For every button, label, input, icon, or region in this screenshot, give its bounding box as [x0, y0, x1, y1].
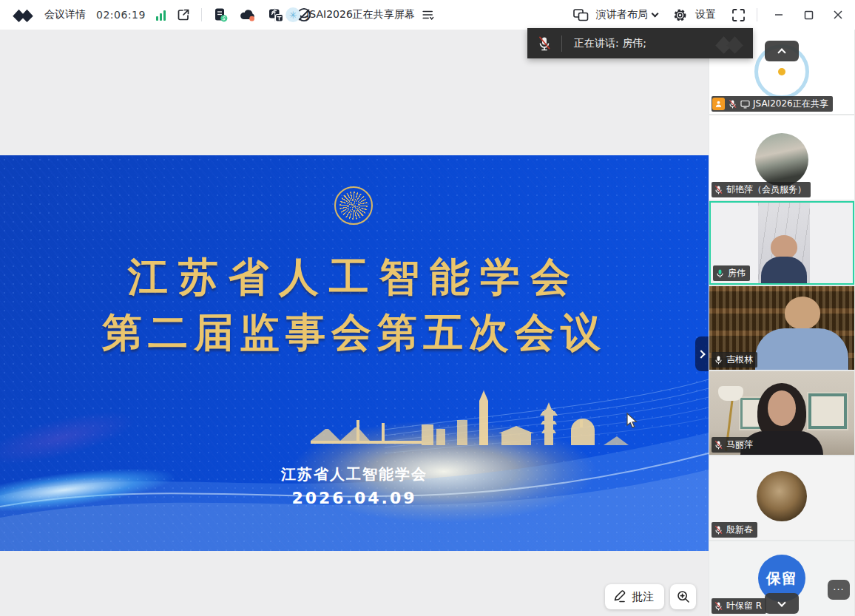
participant-avatar [757, 471, 807, 521]
divider [274, 8, 275, 21]
app-logo-icon [12, 7, 34, 23]
close-button[interactable] [827, 0, 849, 30]
participant-name: 殷新春 [726, 524, 753, 536]
participant-name: JSAI2026正在共享 [753, 98, 828, 110]
layout-selector[interactable]: 演讲者布局 [596, 8, 648, 21]
chevron-up-icon [777, 48, 785, 56]
network-signal-icon[interactable] [156, 10, 166, 21]
mic-muted-icon [714, 440, 723, 450]
slide-date: 2026.04.09 [0, 489, 709, 507]
cloud-record-icon[interactable] [239, 7, 257, 23]
meeting-window: 会议详情 02:06:19 [0, 0, 855, 616]
slide-org-name: 江苏省人工智能学会 [0, 464, 709, 484]
slide-title-line2: 第二届监事会第五次会议 [0, 305, 709, 361]
presentation-slide: 江苏省人工智能学会 第二届监事会第五次会议 江苏省人工智能学会 2026.04.… [0, 155, 709, 551]
shared-screen-area: 江苏省人工智能学会 第二届监事会第五次会议 江苏省人工智能学会 2026.04.… [0, 30, 709, 616]
sharer-avatar: ✳ [285, 7, 300, 22]
mic-muted-icon [714, 525, 723, 535]
participant-name-tag: 殷新春 [712, 522, 757, 538]
participant-name: 马丽萍 [726, 439, 753, 451]
annotate-label: 批注 [632, 590, 654, 604]
divider [561, 35, 562, 52]
watermark-logo-icon [710, 33, 748, 55]
minimize-button[interactable] [768, 0, 790, 30]
mic-muted-icon [728, 99, 737, 109]
mic-muted-icon [714, 185, 723, 195]
participant-name-tag: 叶保留 R [712, 598, 766, 614]
chevron-down-icon [777, 598, 785, 606]
participant-name: 房伟 [728, 267, 746, 280]
divider [201, 8, 202, 21]
mouse-cursor [626, 413, 639, 430]
chevron-right-icon [697, 350, 705, 358]
chevron-down-icon[interactable] [651, 10, 658, 17]
speaking-status-text: 正在讲话: 房伟; [574, 37, 646, 50]
participant-tile-jigenlin[interactable]: 吉根林 [709, 286, 854, 370]
titlebar: 会议详情 02:06:19 [0, 0, 855, 30]
slide-title-line1: 江苏省人工智能学会 [0, 250, 709, 305]
participant-name: 吉根林 [726, 353, 753, 366]
fullscreen-icon[interactable] [731, 7, 746, 23]
sidebar-scroll-up-button[interactable] [765, 41, 799, 61]
meeting-timer: 02:06:19 [96, 9, 146, 21]
mic-muted-icon [714, 601, 723, 612]
participant-name: 叶保留 R [726, 600, 762, 612]
mic-muted-icon [527, 35, 561, 52]
participant-tile-yuyanping[interactable]: 郁艳萍（会员服务） [709, 115, 854, 200]
annotation-toolbar: 批注 [605, 584, 696, 609]
participant-avatar [755, 133, 808, 186]
layout-icon [572, 7, 589, 22]
gear-icon [672, 7, 688, 23]
pencil-icon [612, 589, 627, 604]
participants-sidebar: JSAI2026正在共享 郁艳萍（会员服务） [709, 30, 855, 616]
maximize-button[interactable] [797, 0, 819, 30]
host-badge-icon [712, 98, 725, 110]
participant-tile-maliping[interactable]: 马丽萍 [709, 371, 854, 455]
screen-share-icon [740, 100, 750, 109]
slide-title: 江苏省人工智能学会 第二届监事会第五次会议 [0, 250, 709, 361]
slide-footer: 江苏省人工智能学会 2026.04.09 [0, 464, 709, 507]
open-window-icon[interactable] [176, 7, 191, 22]
recording-file-icon[interactable] [212, 7, 229, 23]
city-skyline [311, 390, 629, 458]
meeting-details-button[interactable]: 会议详情 [44, 8, 86, 21]
mic-on-icon [714, 355, 723, 365]
sidebar-scroll-down-button[interactable] [765, 593, 799, 614]
participant-video [758, 203, 810, 283]
participant-name-tag: 吉根林 [712, 352, 757, 368]
participant-name-tag: 郁艳萍（会员服务） [712, 182, 811, 197]
participant-name-tag: 马丽萍 [712, 437, 757, 453]
zoom-button[interactable] [670, 584, 696, 609]
annotate-button[interactable]: 批注 [605, 584, 664, 609]
participant-tile-yinxinchun[interactable]: 殷新春 [709, 456, 854, 540]
settings-button[interactable]: 设置 [695, 8, 716, 21]
participant-name: 郁艳萍（会员服务） [726, 183, 806, 196]
sharing-status-title: JSAI2026正在共享屏幕 [306, 8, 415, 21]
shared-screen-list-icon[interactable] [421, 9, 434, 21]
divider [757, 8, 757, 21]
slide-emblem [334, 186, 373, 225]
mic-active-icon [715, 268, 725, 279]
magnifier-plus-icon [676, 589, 691, 604]
participant-name-tag: 房伟 [713, 265, 750, 281]
speaking-toast: 正在讲话: 房伟; [527, 28, 753, 58]
participant-name-tag: JSAI2026正在共享 [712, 96, 833, 112]
more-options-button[interactable]: ··· [828, 580, 850, 600]
participant-tile-fangwei[interactable]: 房伟 [709, 201, 854, 285]
sidebar-collapse-handle[interactable] [695, 336, 709, 371]
